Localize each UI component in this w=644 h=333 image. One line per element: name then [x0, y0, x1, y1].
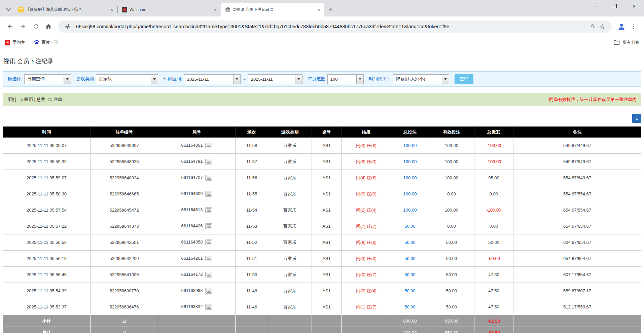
table-row: 2025-11-11 05:57:54 522958645472 6611645… — [3, 202, 641, 218]
page-number-button[interactable]: 1 — [632, 114, 641, 123]
cell-table-no: AS1 — [312, 234, 342, 251]
col-header-time: 时间 — [3, 127, 91, 138]
cell-bet-id: 522958646665 — [91, 186, 158, 202]
cell-payout: 0.00 — [474, 218, 513, 234]
total-payout: -62.50 — [474, 327, 513, 333]
bookmark-label: 百度一下 — [42, 40, 59, 45]
browser-menu-button[interactable] — [627, 21, 639, 33]
roadmap-image-icon[interactable] — [205, 304, 212, 310]
col-header-game-type: 游戏类别 — [268, 127, 312, 138]
cell-bet-id: 522958645472 — [91, 202, 158, 218]
cell-game-type: 百家乐 — [268, 186, 312, 202]
cell-total-bet[interactable]: 100.00 — [391, 186, 429, 202]
search-button[interactable]: 查询 — [455, 74, 473, 84]
chevron-down-icon[interactable] — [442, 75, 449, 84]
home-button[interactable] — [42, 21, 55, 33]
tab-list-chevron-icon[interactable] — [3, 4, 13, 14]
browser-tab-welcome[interactable]: Welcome × — [118, 3, 221, 16]
cell-total-bet[interactable]: 50.00 — [391, 218, 429, 234]
cell-time: 2025-11-11 05:57:54 — [3, 202, 91, 218]
cell-remark: 549.67/449.67 — [513, 138, 641, 154]
close-window-button[interactable]: × — [624, 0, 644, 12]
bookmark-baidu[interactable]: 百度一下 — [34, 39, 59, 46]
result-banker: 庄(4) — [367, 208, 377, 213]
zoom-icon[interactable] — [588, 22, 598, 31]
site-settings-icon[interactable] — [63, 22, 72, 31]
game-type-select[interactable]: 百家乐 — [96, 74, 158, 84]
roadmap-image-icon[interactable] — [205, 256, 212, 261]
roadmap-image-icon[interactable] — [205, 223, 212, 229]
col-header-bet-id: 注单编号 — [91, 127, 158, 138]
bookmark-aitaobao[interactable]: 淘 爱淘宝 — [5, 40, 25, 45]
cell-result: 闲(9) 庄(6) — [342, 234, 391, 251]
page-size-select[interactable]: 100 — [327, 74, 364, 84]
cell-total-bet[interactable]: 100.00 — [391, 202, 429, 218]
bookmarks-bar: 淘 爱淘宝 百度一下 所有书签 — [0, 36, 644, 49]
roadmap-image-icon[interactable] — [205, 288, 212, 294]
browser-tab-forum[interactable]: 【新提醒】海燕策略论坛 - 综合 × — [14, 3, 117, 16]
roadmap-image-icon[interactable] — [205, 159, 212, 164]
cell-payout: 47.50 — [474, 299, 513, 315]
forward-button[interactable] — [17, 21, 29, 33]
cell-total-bet[interactable]: 50.00 — [391, 234, 429, 251]
page-size-value: 100 — [328, 75, 356, 84]
cell-table-no: AS1 — [312, 186, 342, 202]
query-mode-select[interactable]: 日期查询 — [24, 74, 71, 84]
date-from-select[interactable]: 2025-11-11 — [184, 74, 241, 84]
chevron-down-icon[interactable] — [356, 75, 363, 84]
cell-table-no: AS1 — [312, 202, 342, 218]
cell-game-type: 百家乐 — [268, 154, 312, 170]
forum-favicon-icon — [18, 7, 24, 12]
bet-record-table: 时间 注单编号 局号 场次 游戏类别 桌号 结果 总投注 有效投注 总派彩 备注… — [3, 126, 641, 333]
date-to-select[interactable]: 2025-11-11 — [248, 74, 302, 84]
cell-total-bet[interactable]: 100.00 — [391, 138, 429, 154]
reload-button[interactable] — [30, 21, 42, 33]
sort-select[interactable]: 降幕(由大到小) — [393, 74, 449, 84]
chevron-down-icon[interactable] — [295, 75, 302, 84]
roadmap-image-icon[interactable] — [205, 207, 212, 213]
cell-total-bet[interactable]: 100.00 — [391, 170, 429, 186]
tab-close-icon[interactable]: × — [109, 7, 115, 13]
cell-round-id: 661164426 — [158, 218, 236, 234]
date-range-label: 时间区间: — [164, 76, 182, 82]
cell-total-bet[interactable]: 50.00 — [391, 267, 429, 283]
cell-valid-bet: 0.00 — [429, 186, 474, 202]
chevron-down-icon[interactable] — [233, 75, 240, 84]
cell-total-bet[interactable]: 50.00 — [391, 283, 429, 299]
cell-round-id: 661163832 — [158, 299, 236, 315]
bookmark-star-icon[interactable] — [598, 22, 607, 31]
cell-total-bet[interactable]: 100.00 — [391, 154, 429, 170]
roadmap-image-icon[interactable] — [205, 191, 212, 197]
cell-remark: 607.17/654.67 — [513, 267, 641, 283]
cell-result: 闲(9) 庄(9) — [342, 186, 391, 202]
chevron-down-icon[interactable] — [151, 75, 158, 84]
url-text[interactable]: 66cxkj98.com/ipl/portal.php/game/betreco… — [76, 24, 588, 29]
roadmap-image-icon[interactable] — [205, 175, 212, 181]
tab-close-icon[interactable]: × — [212, 7, 218, 13]
cell-result: 闲(7) 庄(7) — [342, 218, 391, 234]
chevron-down-icon[interactable] — [64, 75, 71, 84]
cell-bet-id: 522958644373 — [91, 218, 158, 234]
roadmap-image-icon[interactable] — [205, 239, 212, 245]
result-player: 闲(3) — [356, 143, 366, 148]
all-bookmarks-label: 所有书签 — [622, 40, 639, 45]
cell-session: 11-55 — [236, 186, 268, 202]
roadmap-image-icon[interactable] — [205, 143, 212, 148]
all-bookmarks[interactable]: 所有书签 — [607, 40, 639, 46]
cell-total-bet[interactable]: 50.00 — [391, 251, 429, 267]
cell-total-bet[interactable]: 50.00 — [391, 299, 429, 315]
cell-round-id: 661164172 — [158, 267, 236, 283]
profile-avatar[interactable] — [616, 21, 627, 32]
new-tab-button[interactable]: + — [326, 4, 336, 14]
roadmap-image-icon[interactable] — [205, 272, 212, 278]
table-row: 2025-11-11 06:00:07 522958649907 6611648… — [3, 138, 641, 154]
address-bar[interactable]: 66cxkj98.com/ipl/portal.php/game/betreco… — [58, 21, 612, 33]
maximize-button[interactable] — [605, 0, 624, 12]
tab-close-icon[interactable]: × — [316, 7, 322, 13]
cell-time: 2025-11-11 06:00:07 — [3, 138, 91, 154]
browser-tab-bet-record[interactable]: :::视讯 会员下注纪录::: × — [221, 3, 324, 16]
cell-time: 2025-11-11 05:59:39 — [3, 154, 91, 170]
cell-time: 2025-11-11 05:54:39 — [3, 283, 91, 299]
back-button[interactable] — [4, 21, 16, 33]
minimize-button[interactable] — [585, 0, 605, 12]
